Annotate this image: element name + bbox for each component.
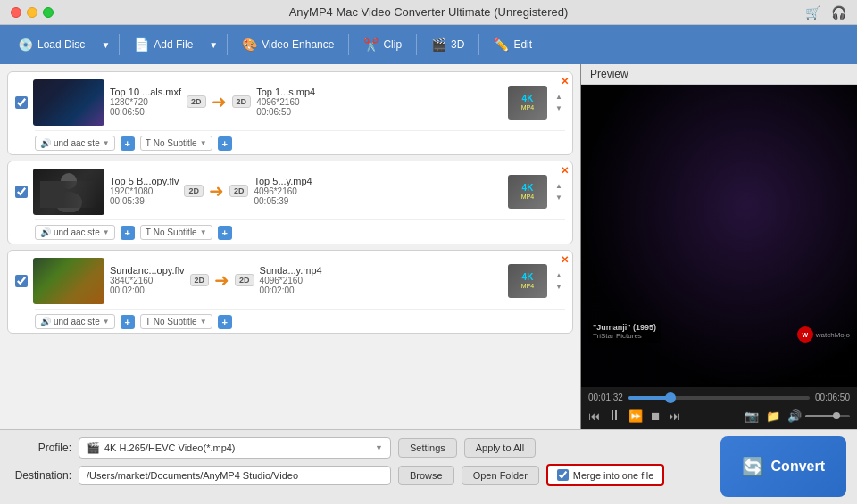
audio-select-3[interactable]: 🔊 und aac ste ▼ — [35, 314, 115, 329]
file-nav-1: ▲ ▼ — [553, 92, 565, 114]
audio-add-1[interactable]: + — [121, 136, 135, 151]
audio-select-1[interactable]: 🔊 und aac ste ▼ — [35, 136, 115, 151]
browse-button[interactable]: Browse — [398, 466, 454, 485]
nav-up-3[interactable]: ▲ — [553, 270, 565, 281]
file-item-top-3: Sundanc...opy.flv 3840*2160 00:02:00 2D … — [15, 258, 565, 304]
quality-badge-1[interactable]: 4K MP4 — [508, 86, 547, 120]
3d-button[interactable]: 🎬 3D — [422, 33, 473, 56]
load-disc-dropdown[interactable]: ▼ — [97, 36, 113, 54]
enhance-icon: 🎨 — [242, 37, 257, 52]
close-item-2[interactable]: ✕ — [561, 165, 569, 177]
divider-2 — [227, 34, 228, 55]
skip-back-button[interactable]: ⏮ — [588, 409, 600, 423]
profile-select[interactable]: 🎬 4K H.265/HEVC Video(*.mp4) ▼ — [79, 437, 391, 459]
folder-button[interactable]: 📁 — [766, 409, 780, 423]
file-nav-3: ▲ ▼ — [553, 270, 565, 293]
add-file-dropdown[interactable]: ▼ — [205, 36, 221, 54]
app-title: AnyMP4 Mac Video Converter Ultimate (Unr… — [289, 5, 569, 19]
dest-input[interactable] — [79, 466, 391, 485]
apply-to-all-button[interactable]: Apply to All — [464, 438, 536, 458]
file-thumbnail-2 — [33, 169, 104, 215]
clip-button[interactable]: ✂️ Clip — [354, 33, 411, 56]
file-right-2: 4K MP4 ▲ ▼ — [508, 175, 565, 209]
audio-icon-2: 🔊 — [40, 227, 51, 237]
wm-logo: W — [797, 326, 813, 343]
progress-bar-area: 00:01:32 00:06:50 — [588, 392, 850, 402]
subtitle-icon-1: T — [146, 138, 151, 148]
subtitle-add-2[interactable]: + — [218, 226, 232, 240]
nav-up-1[interactable]: ▲ — [553, 92, 565, 103]
audio-add-2[interactable]: + — [121, 226, 135, 240]
fast-forward-button[interactable]: ⏩ — [628, 409, 643, 423]
quality-badge-2[interactable]: 4K MP4 — [508, 175, 547, 209]
maximize-button[interactable] — [43, 7, 54, 18]
nav-down-3[interactable]: ▼ — [553, 282, 565, 293]
audio-add-3[interactable]: + — [121, 315, 135, 329]
volume-icon[interactable]: 🔊 — [787, 409, 802, 423]
audio-select-2[interactable]: 🔊 und aac ste ▼ — [35, 225, 115, 240]
wm-text: watchMojo — [816, 331, 850, 339]
add-file-button[interactable]: 📄 Add File — [125, 33, 202, 56]
close-item-1[interactable]: ✕ — [561, 76, 569, 87]
quality-badge-3[interactable]: 4K MP4 — [508, 264, 547, 298]
subtitle-dropdown-1: ▼ — [200, 139, 207, 147]
subtitle-select-1[interactable]: T No Subtitle ▼ — [140, 136, 212, 151]
progress-thumb[interactable] — [665, 392, 676, 403]
file-checkbox-3[interactable] — [15, 275, 28, 287]
file-item-3: ✕ Sundanc...opy.flv 3840*2160 00:02:00 2… — [7, 250, 573, 334]
user-icon[interactable]: 🎧 — [831, 5, 846, 20]
file-item-bottom-2: 🔊 und aac ste ▼ + T No Subtitle ▼ + — [35, 219, 565, 240]
merge-checkbox[interactable] — [557, 469, 569, 481]
nav-up-2[interactable]: ▲ — [553, 181, 565, 192]
file-checkbox-2[interactable] — [15, 186, 28, 198]
close-button[interactable] — [11, 7, 21, 18]
file-item-2: ✕ Top 5 B...opy.flv 1920*10 — [7, 161, 573, 244]
pause-button[interactable]: ⏸ — [607, 408, 621, 424]
src-filename-2: Top 5 B...opy.flv 1920*1080 00:05:39 — [110, 176, 179, 206]
volume-thumb[interactable] — [833, 412, 840, 419]
close-item-3[interactable]: ✕ — [561, 254, 569, 266]
subtitle-icon-3: T — [146, 317, 151, 326]
minimize-button[interactable] — [27, 7, 37, 18]
ctrl-group-right: 📷 📁 🔊 — [745, 409, 850, 423]
audio-dropdown-3: ▼ — [103, 318, 110, 326]
subtitle-select-3[interactable]: T No Subtitle ▼ — [140, 314, 212, 329]
file-checkbox-1[interactable] — [15, 96, 28, 109]
arrow-3: ➜ — [214, 269, 229, 291]
preview-controls: 00:01:32 00:06:50 ⏮ ⏸ ⏩ ⏹ ⏭ 📷 📁 — [581, 387, 857, 429]
subtitle-select-2[interactable]: T No Subtitle ▼ — [140, 225, 212, 240]
file-info-2: Top 5 B...opy.flv 1920*1080 00:05:39 2D … — [110, 176, 503, 209]
progress-fill — [628, 396, 670, 400]
screenshot-button[interactable]: 📷 — [745, 409, 759, 423]
file-item-bottom-1: 🔊 und aac ste ▼ + T No Subtitle ▼ + — [35, 130, 565, 151]
volume-track[interactable] — [805, 415, 850, 417]
settings-button[interactable]: Settings — [398, 438, 457, 458]
progress-bar[interactable] — [628, 396, 810, 400]
preview-movie-info: "Jumanji" (1995) TriStar Pictures — [588, 320, 661, 343]
cart-icon[interactable]: 🛒 — [805, 5, 820, 20]
subtitle-dropdown-3: ▼ — [200, 318, 207, 326]
audio-dropdown-1: ▼ — [103, 139, 110, 147]
skip-forward-button[interactable]: ⏭ — [669, 409, 680, 423]
convert-button[interactable]: 🔄 Convert — [720, 436, 846, 497]
merge-checkbox-area[interactable]: Merge into one file — [546, 464, 665, 486]
open-folder-button[interactable]: Open Folder — [462, 466, 539, 485]
dst-filename-3: Sunda...y.mp4 4096*2160 00:02:00 — [260, 265, 322, 295]
clip-icon: ✂️ — [363, 37, 379, 52]
edit-button[interactable]: ✏️ Edit — [485, 33, 541, 56]
audio-icon-1: 🔊 — [40, 138, 51, 148]
titlebar: AnyMP4 Mac Video Converter Ultimate (Unr… — [0, 0, 857, 25]
nav-down-1[interactable]: ▼ — [553, 103, 565, 114]
titlebar-icons: 🛒 🎧 — [805, 5, 846, 20]
subtitle-add-1[interactable]: + — [218, 136, 232, 151]
profile-label: Profile: — [11, 442, 71, 454]
edit-icon: ✏️ — [494, 37, 509, 52]
video-enhance-button[interactable]: 🎨 Video Enhance — [233, 33, 343, 56]
file-right-1: 4K MP4 ▲ ▼ — [508, 86, 565, 120]
audio-icon-3: 🔊 — [40, 317, 51, 326]
file-item-bottom-3: 🔊 und aac ste ▼ + T No Subtitle ▼ + — [35, 309, 565, 329]
load-disc-button[interactable]: 💿 Load Disc — [9, 33, 94, 56]
subtitle-add-3[interactable]: + — [218, 315, 232, 329]
nav-down-2[interactable]: ▼ — [553, 193, 565, 203]
stop-button[interactable]: ⏹ — [650, 409, 661, 423]
